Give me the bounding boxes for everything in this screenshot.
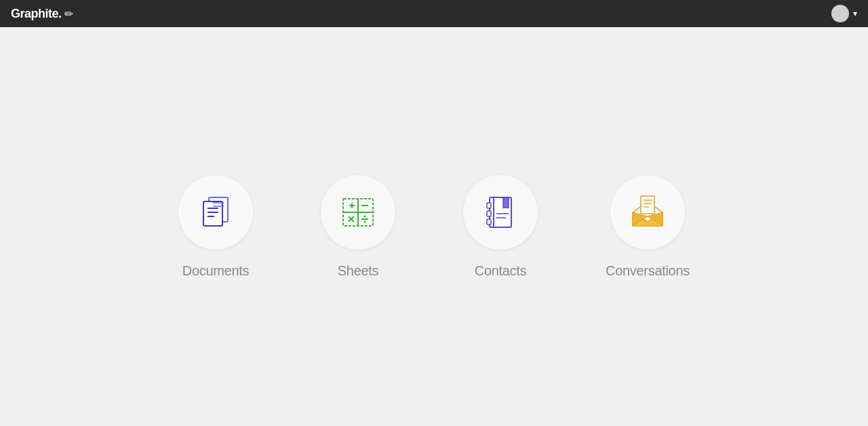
documents-label: Documents xyxy=(182,263,249,279)
svg-point-16 xyxy=(364,215,366,217)
svg-rect-26 xyxy=(487,219,491,225)
app-item-documents[interactable]: Documents xyxy=(178,175,253,279)
brand-logo[interactable]: Graphite. ✏ xyxy=(11,7,73,21)
documents-icon-circle xyxy=(178,175,253,250)
svg-rect-1 xyxy=(203,201,222,226)
app-item-contacts[interactable]: Contacts xyxy=(463,175,538,279)
svg-rect-24 xyxy=(487,203,491,208)
conversations-icon-circle xyxy=(610,175,685,250)
conversations-label: Conversations xyxy=(606,263,690,279)
pencil-icon: ✏ xyxy=(64,7,73,20)
app-item-conversations[interactable]: Conversations xyxy=(606,175,690,279)
svg-point-17 xyxy=(364,220,366,222)
contacts-label: Contacts xyxy=(475,263,527,279)
sheets-icon xyxy=(336,191,380,234)
chevron-down-icon[interactable]: ▾ xyxy=(853,9,857,18)
documents-icon xyxy=(194,191,237,234)
svg-rect-27 xyxy=(641,196,654,214)
contacts-icon xyxy=(479,191,522,234)
app-item-sheets[interactable]: Sheets xyxy=(321,175,395,279)
avatar[interactable] xyxy=(831,5,849,22)
sheets-label: Sheets xyxy=(338,263,378,279)
navbar-right: ▾ xyxy=(831,5,857,22)
sheets-icon-circle xyxy=(321,175,395,250)
app-grid: Documents xyxy=(178,175,690,279)
svg-rect-25 xyxy=(487,211,491,216)
svg-rect-20 xyxy=(503,197,509,208)
main-content: Documents xyxy=(0,27,868,426)
navbar: Graphite. ✏ ▾ xyxy=(0,0,868,27)
brand-text: Graphite. xyxy=(11,7,62,21)
contacts-icon-circle xyxy=(463,175,538,250)
conversations-icon xyxy=(626,191,669,234)
